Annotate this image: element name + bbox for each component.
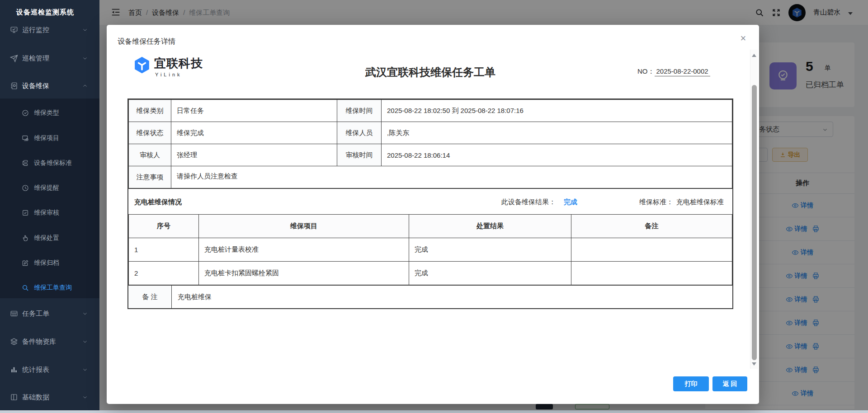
print-button[interactable]: 打印	[673, 376, 709, 391]
column-header: 序号	[129, 215, 199, 238]
column-header: 备注	[571, 215, 732, 238]
modal-title: 设备维保任务详情	[118, 37, 175, 47]
item-name: 充电桩卡扣紧固螺栓紧固	[199, 262, 409, 285]
notes-value: 请操作人员注意检查	[171, 166, 732, 188]
sidebar-item-label: 运行监控	[22, 26, 49, 34]
info-value: 日常任务	[171, 100, 337, 122]
item-no: 1	[129, 238, 199, 262]
table-row: 维保类别 日常任务 维保时间 2025-08-22 18:02:50 到 202…	[129, 100, 732, 122]
sidebar-item-label: 基础数据	[22, 393, 49, 402]
sidebar-item-label: 统计报表	[22, 366, 49, 374]
sidebar-item-label: 维保项目	[34, 134, 59, 142]
sidebar-item-label: 维保工单查询	[34, 284, 72, 292]
sidebar-item-label: 设备维保	[22, 82, 49, 90]
item-result: 完成	[409, 238, 571, 262]
remark-row: 备 注 充电桩维保	[128, 285, 732, 308]
info-label: 维保人员	[337, 122, 382, 144]
notebook-icon	[10, 82, 18, 90]
item-name: 充电桩计量表校准	[199, 238, 409, 262]
sidebar-item-label: 设备维保标准	[34, 159, 72, 167]
app-title: 设备巡检监测系统	[16, 8, 93, 17]
clock-icon	[22, 184, 29, 192]
table-header-row: 序号 维保项目 处置结果 备注	[129, 215, 732, 238]
table-row: 2 充电桩卡扣紧固螺栓紧固 完成	[129, 262, 732, 285]
sidebar-item-maintenance-reminder[interactable]: 维保提醒	[0, 177, 99, 199]
info-label: 审核时间	[337, 144, 382, 166]
close-icon[interactable]: ×	[738, 33, 749, 44]
table-row: 审核人 张经理 审核时间 2025-08-22 18:06:14	[129, 144, 732, 166]
maintenance-detail-modal: 设备维保任务详情 × 宜联科技 YiLink 武汉宜联科技维保任务工单 NO： …	[107, 25, 759, 404]
sidebar-item-maintenance-handle[interactable]: 维保处置	[0, 227, 99, 249]
info-value: ,陈关东	[382, 122, 732, 144]
monitor-icon	[10, 26, 18, 34]
page-horizontal-scrollbar[interactable]	[0, 410, 868, 413]
notes-label: 注意事项	[129, 166, 171, 188]
table-row: 1 充电桩计量表校准 完成	[129, 238, 732, 262]
bar-chart-icon	[10, 366, 18, 374]
info-label: 维保类别	[129, 100, 171, 122]
standard-value: 充电桩维保标准	[676, 189, 724, 215]
screen-icon	[22, 135, 29, 142]
sidebar-item-base-data[interactable]: 基础数据	[0, 385, 99, 410]
sidebar-item-monitoring[interactable]: 运行监控	[0, 17, 99, 42]
info-label: 维保状态	[129, 122, 171, 144]
sidebar-item-label: 维保处置	[34, 234, 59, 242]
chevron-down-icon	[82, 339, 88, 344]
item-result: 完成	[409, 262, 571, 285]
scroll-up-arrow-icon[interactable]	[752, 54, 756, 57]
document-number-value: 2025-08-22-0002	[655, 67, 710, 76]
scrollbar-thumb[interactable]	[752, 85, 757, 360]
table-row: 注意事项 请操作人员注意检查	[129, 166, 732, 188]
sidebar-item-label: 任务工单	[22, 310, 49, 318]
checkbox-icon	[22, 209, 29, 216]
screen: 首页/设备维保/维保工单查询 青山碧水 5 单 已归档工单 任务状态	[0, 0, 868, 413]
sidebar-item-label: 巡检管理	[22, 54, 49, 63]
standard-label: 维保标准：	[639, 189, 673, 215]
chevron-down-icon	[82, 56, 88, 61]
sidebar-item-spare-parts[interactable]: 备件物资库	[0, 329, 99, 354]
sidebar-item-label: 维保提醒	[34, 184, 59, 192]
info-value: 2025-08-22 18:06:14	[382, 144, 732, 166]
device-section-row: 充电桩维保情况 此设备维保结果： 完成 维保标准： 充电桩维保标准	[128, 188, 732, 214]
sidebar-item-label: 维保审核	[34, 209, 59, 217]
result-label: 此设备维保结果：	[501, 189, 556, 215]
chevron-down-icon	[82, 27, 88, 33]
item-no: 2	[129, 262, 199, 285]
item-remark	[571, 238, 732, 262]
remark-value: 充电桩维保	[172, 286, 732, 308]
send-icon	[10, 54, 18, 62]
info-label: 审核人	[129, 144, 171, 166]
hand-pointer-icon	[22, 235, 29, 242]
sidebar-item-inspection[interactable]: 巡检管理	[0, 46, 99, 71]
sidebar-item-maintenance-type[interactable]: 维保类型	[0, 102, 99, 124]
circle-check-icon	[22, 109, 29, 117]
sidebar-item-label: 维保类型	[34, 109, 59, 117]
back-button[interactable]: 返 回	[712, 376, 747, 391]
sidebar-item-workorder-query[interactable]: 维保工单查询	[0, 277, 99, 299]
sidebar-item-maintenance-standard[interactable]: 设备维保标准	[0, 152, 99, 174]
chevron-up-icon	[82, 83, 88, 89]
column-header: 维保项目	[199, 215, 409, 238]
edit-icon	[22, 259, 29, 267]
table-row: 维保状态 维保完成 维保人员 ,陈关东	[129, 122, 732, 144]
sidebar-item-maintenance-project[interactable]: 维保项目	[0, 127, 99, 150]
info-value: 张经理	[171, 144, 337, 166]
scroll-down-arrow-icon[interactable]	[752, 362, 756, 366]
sidebar-item-maintenance[interactable]: 设备维保	[0, 73, 99, 99]
workorder-document: 维保类别 日常任务 维保时间 2025-08-22 18:02:50 到 202…	[127, 99, 733, 309]
sidebar-item-statistics[interactable]: 统计报表	[0, 357, 99, 382]
sidebar-item-maintenance-review[interactable]: 维保审核	[0, 202, 99, 224]
sidebar-item-task-orders[interactable]: 任务工单	[0, 301, 99, 326]
chevron-down-icon	[82, 311, 88, 316]
layers-icon	[10, 338, 18, 346]
sidebar-item-label: 维保归档	[34, 259, 59, 267]
table-grid-icon	[10, 310, 18, 318]
column-header: 处置结果	[409, 215, 571, 238]
info-label: 维保时间	[337, 100, 382, 122]
info-table: 维保类别 日常任务 维保时间 2025-08-22 18:02:50 到 202…	[128, 99, 732, 188]
sidebar: 设备巡检监测系统 运行监控 巡检管理 设备维保 维保类型 维保项目	[0, 0, 99, 413]
sidebar-item-label: 备件物资库	[22, 338, 56, 346]
chevron-down-icon	[82, 367, 88, 372]
sidebar-item-maintenance-archive[interactable]: 维保归档	[0, 252, 99, 274]
modal-scrollbar[interactable]	[750, 50, 758, 369]
